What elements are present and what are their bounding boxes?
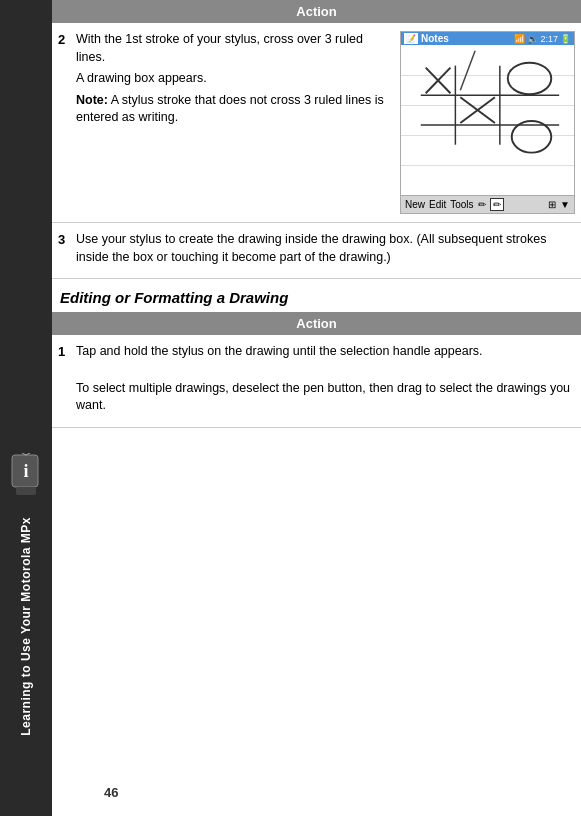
image-title: Notes xyxy=(421,33,511,44)
row-3-content: Use your stylus to create the drawing in… xyxy=(76,231,575,270)
page-number: 46 xyxy=(104,785,118,800)
row-number-3: 3 xyxy=(58,231,76,247)
row-number-2: 2 xyxy=(58,31,76,47)
toolbar-arrow[interactable]: ▼ xyxy=(560,199,570,210)
info-icon: i xyxy=(8,453,44,497)
section2-row-1-text2: To select multiple drawings, deselect th… xyxy=(76,380,571,415)
image-toolbar: New Edit Tools ✏ ✏ ⊞ ▼ xyxy=(401,195,574,213)
row-2-text2: A drawing box appears. xyxy=(76,70,386,88)
row-2-note: Note: A stylus stroke that does not cros… xyxy=(76,92,386,127)
drawing-svg xyxy=(401,45,574,195)
svg-rect-4 xyxy=(16,487,36,495)
notes-app-icon: 📝 xyxy=(404,33,418,44)
section2-row-number-1: 1 xyxy=(58,343,76,359)
signal-icon: 📶 xyxy=(514,34,525,44)
row-2-content: With the 1st stroke of your stylus, cros… xyxy=(76,31,390,131)
section2-row-1: 1 Tap and hold the stylus on the drawing… xyxy=(52,335,581,428)
drawing-canvas xyxy=(401,45,574,195)
toolbar-scroll[interactable]: ⊞ xyxy=(548,199,556,210)
toolbar-edit[interactable]: Edit xyxy=(429,199,446,210)
table2-header: Action xyxy=(52,312,581,335)
section2-row-1-text1: Tap and hold the stylus on the drawing u… xyxy=(76,343,571,361)
notes-screenshot: 📝 Notes 📶 🔈 2:17 🔋 xyxy=(400,31,575,214)
section2-row-1-content: Tap and hold the stylus on the drawing u… xyxy=(76,343,575,419)
time-display: 2:17 xyxy=(540,34,558,44)
toolbar-tools[interactable]: Tools xyxy=(450,199,473,210)
battery-icon: 🔋 xyxy=(560,34,571,44)
toolbar-new[interactable]: New xyxy=(405,199,425,210)
note-text: A stylus stroke that does not cross 3 ru… xyxy=(76,93,384,125)
main-content: Action 2 With the 1st stroke of your sty… xyxy=(52,0,581,816)
row-3-text: Use your stylus to create the drawing in… xyxy=(76,231,571,266)
row-2-text1: With the 1st stroke of your stylus, cros… xyxy=(76,31,386,66)
table1-header: Action xyxy=(52,0,581,23)
section2-title: Editing or Formatting a Drawing xyxy=(52,279,581,312)
note-label: Note: xyxy=(76,93,108,107)
image-titlebar: 📝 Notes 📶 🔈 2:17 🔋 xyxy=(401,32,574,45)
sidebar: i Learning to Use Your Motorola MPx xyxy=(0,0,52,816)
table-row-3: 3 Use your stylus to create the drawing … xyxy=(52,223,581,279)
status-icons: 📶 🔈 2:17 🔋 xyxy=(514,34,571,44)
sidebar-label: Learning to Use Your Motorola MPx xyxy=(19,517,33,736)
toolbar-pen[interactable]: ✏ xyxy=(478,199,486,210)
svg-point-14 xyxy=(512,121,552,153)
table-row-2: 2 With the 1st stroke of your stylus, cr… xyxy=(52,23,581,223)
toolbar-pencil-active[interactable]: ✏ xyxy=(490,198,504,211)
svg-point-13 xyxy=(508,63,551,95)
svg-text:i: i xyxy=(23,461,28,481)
svg-line-15 xyxy=(460,51,475,91)
speaker-icon: 🔈 xyxy=(527,34,538,44)
